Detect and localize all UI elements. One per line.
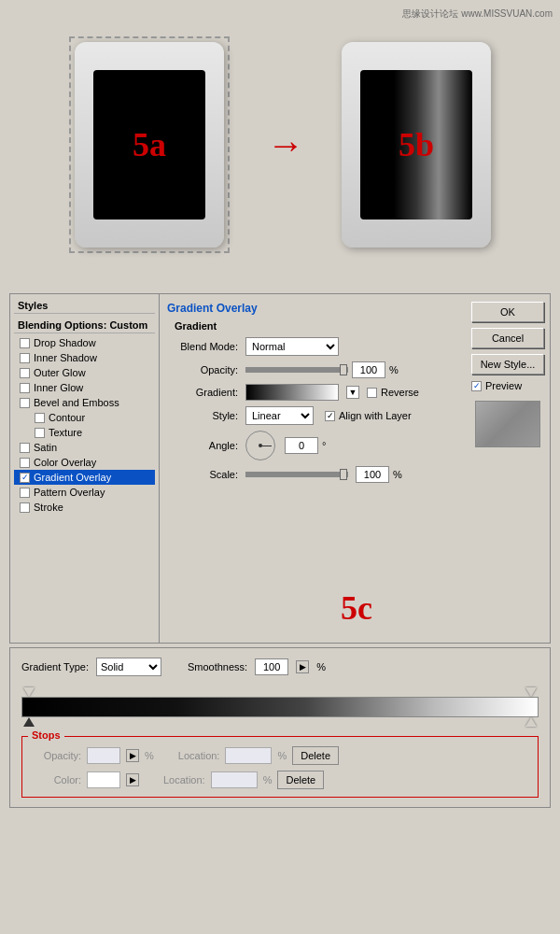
gradient-dropdown-btn[interactable]: ▼ <box>346 386 359 399</box>
gradient-row: Gradient: ▼ Reverse <box>167 384 458 401</box>
stroke-checkbox[interactable] <box>20 502 30 513</box>
cancel-button[interactable]: Cancel <box>471 328 544 348</box>
reverse-checkbox[interactable] <box>367 388 377 398</box>
gradient-overlay-label: Gradient Overlay <box>34 472 111 483</box>
bevel-emboss-label: Bevel and Emboss <box>34 397 119 408</box>
layer-style-contour[interactable]: Contour <box>14 410 155 425</box>
stops-color-swatch[interactable] <box>87 771 120 788</box>
style-row: Style: Linear Radial Angle Reflected Dia… <box>167 406 458 425</box>
angle-input[interactable] <box>285 437 318 454</box>
stops-opacity-input[interactable] <box>87 747 120 764</box>
satin-label: Satin <box>34 442 57 453</box>
opacity-row: Opacity: % <box>167 361 458 378</box>
device-right: 5b <box>342 42 491 248</box>
styles-panel-title: Styles <box>14 298 155 314</box>
gradient-bar[interactable] <box>21 697 539 717</box>
blending-options-item[interactable]: Blending Options: Custom <box>14 318 155 333</box>
device-screen-left: 5a <box>93 70 205 219</box>
smoothness-input[interactable] <box>255 658 288 675</box>
pattern-overlay-checkbox[interactable] <box>20 488 30 498</box>
bevel-emboss-checkbox[interactable] <box>20 398 30 408</box>
device-right-label: 5b <box>399 125 434 164</box>
reverse-label: Reverse <box>381 387 419 398</box>
scale-percent: % <box>393 469 402 480</box>
stops-color-location-input[interactable] <box>211 771 258 788</box>
styles-title-label: Styles <box>18 300 48 311</box>
scale-slider-thumb[interactable] <box>340 469 347 480</box>
device-right-wrapper: 5b <box>342 42 491 248</box>
preview-label: Preview <box>485 380 522 391</box>
gradient-label: Gradient: <box>167 387 242 398</box>
gradient-type-row: Gradient Type: Solid Noise Smoothness: ▶… <box>21 658 539 676</box>
stops-opacity-label: Opacity: <box>30 750 81 761</box>
color-stop-left[interactable] <box>23 717 35 727</box>
angle-line <box>260 446 272 446</box>
inner-glow-checkbox[interactable] <box>20 383 30 393</box>
drop-shadow-checkbox[interactable] <box>20 338 30 348</box>
layer-style-stroke[interactable]: Stroke <box>14 500 155 515</box>
device-left-wrapper: 5a <box>69 36 230 253</box>
preview-row: ✓ Preview <box>471 380 544 391</box>
opacity-stop-left[interactable] <box>23 687 35 697</box>
opacity-stop-right[interactable] <box>525 687 537 697</box>
device-container: 5a → 5b <box>69 36 491 253</box>
opacity-slider-thumb[interactable] <box>340 364 347 375</box>
style-label: Style: <box>167 410 242 421</box>
watermark: 思缘设计论坛 www.MISSVUAN.com <box>402 7 553 21</box>
angle-dial[interactable] <box>245 431 275 460</box>
align-layer-row: ✓ Align with Layer <box>325 410 412 421</box>
layer-style-color-overlay[interactable]: Color Overlay <box>14 455 155 470</box>
stops-opacity-delete-btn[interactable]: Delete <box>292 746 339 765</box>
layer-style-pattern-overlay[interactable]: Pattern Overlay <box>14 485 155 500</box>
reverse-row: Reverse <box>367 387 419 398</box>
preview-checkbox[interactable]: ✓ <box>471 381 482 391</box>
layer-style-gradient-overlay[interactable]: ✓ Gradient Overlay <box>14 470 155 485</box>
satin-checkbox[interactable] <box>20 443 30 453</box>
align-layer-label: Align with Layer <box>339 410 412 421</box>
layer-style-texture[interactable]: Texture <box>14 425 155 440</box>
scale-input[interactable] <box>356 466 389 483</box>
stops-opacity-percent: % <box>145 750 154 761</box>
new-style-button[interactable]: New Style... <box>471 354 544 375</box>
scale-slider-track[interactable] <box>245 472 348 477</box>
smoothness-arrow-btn[interactable]: ▶ <box>296 660 309 673</box>
gradient-type-select[interactable]: Solid Noise <box>96 658 161 676</box>
layer-style-satin[interactable]: Satin <box>14 440 155 455</box>
styles-list: Drop Shadow Inner Shadow Outer Glow Inne… <box>14 335 155 515</box>
stops-opacity-location-label: Location: <box>178 750 220 761</box>
stops-color-location-percent: % <box>263 774 273 785</box>
align-layer-checkbox[interactable]: ✓ <box>325 411 335 421</box>
opacity-input[interactable] <box>352 361 385 378</box>
gradient-swatch[interactable] <box>245 384 339 401</box>
drop-shadow-label: Drop Shadow <box>34 337 96 348</box>
gradient-overlay-checkbox[interactable]: ✓ <box>20 473 30 483</box>
inner-glow-label: Inner Glow <box>34 382 83 393</box>
layer-style-drop-shadow[interactable]: Drop Shadow <box>14 335 155 350</box>
stops-section-title: Stops <box>28 729 64 741</box>
color-overlay-checkbox[interactable] <box>20 458 30 468</box>
layer-style-outer-glow[interactable]: Outer Glow <box>14 365 155 380</box>
device-left: 5a <box>75 42 224 248</box>
angle-label: Angle: <box>167 440 242 451</box>
contour-checkbox[interactable] <box>35 413 45 423</box>
color-stop-right[interactable] <box>525 717 537 727</box>
layer-style-inner-glow[interactable]: Inner Glow <box>14 380 155 395</box>
stops-opacity-location-input[interactable] <box>225 747 272 764</box>
blend-mode-select[interactable]: Normal Multiply Screen <box>245 337 339 356</box>
opacity-slider-track[interactable] <box>245 367 348 373</box>
layer-style-bevel-emboss[interactable]: Bevel and Emboss <box>14 395 155 410</box>
style-select[interactable]: Linear Radial Angle Reflected Diamond <box>245 406 314 425</box>
texture-checkbox[interactable] <box>35 428 45 438</box>
color-stops-row <box>21 717 539 730</box>
layer-style-inner-shadow[interactable]: Inner Shadow <box>14 350 155 365</box>
pattern-overlay-label: Pattern Overlay <box>34 487 105 498</box>
outer-glow-checkbox[interactable] <box>20 368 30 378</box>
stops-opacity-row: Opacity: ▶ % Location: % Delete <box>30 746 530 765</box>
stops-color-delete-btn[interactable]: Delete <box>277 771 324 789</box>
stops-opacity-arrow[interactable]: ▶ <box>126 749 139 762</box>
stops-color-arrow[interactable]: ▶ <box>126 773 139 786</box>
stops-color-label: Color: <box>30 774 81 785</box>
ok-button[interactable]: OK <box>471 302 544 322</box>
color-overlay-label: Color Overlay <box>34 457 96 468</box>
inner-shadow-checkbox[interactable] <box>20 353 30 363</box>
